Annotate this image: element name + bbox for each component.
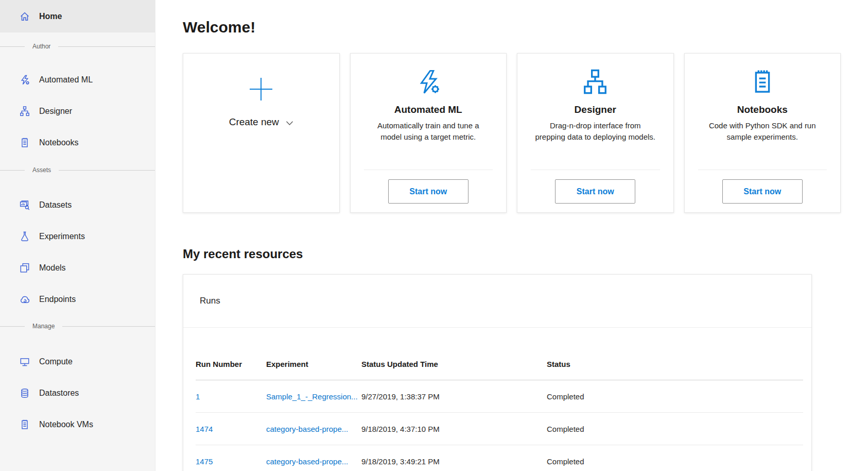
runs-panel: Runs Run Number Experiment Status Update… xyxy=(183,274,812,471)
section-divider-assets: Assets xyxy=(0,164,155,176)
experiments-icon xyxy=(19,231,30,242)
run-number-link[interactable]: 1474 xyxy=(196,425,213,433)
experiment-link[interactable]: category-based-prope... xyxy=(266,457,348,466)
sidebar-item-label: Home xyxy=(39,12,62,21)
sidebar-item-label: Datastores xyxy=(39,389,79,398)
designer-icon xyxy=(581,67,609,97)
sidebar-item-label: Models xyxy=(39,263,66,273)
run-number-link[interactable]: 1475 xyxy=(196,457,213,466)
sidebar-item-label: Notebooks xyxy=(39,138,79,147)
experiment-link[interactable]: category-based-prope... xyxy=(266,425,348,433)
runs-tab: Runs xyxy=(183,275,811,328)
sidebar-item-compute[interactable]: Compute xyxy=(0,346,155,377)
sidebar-item-models[interactable]: Models xyxy=(0,252,155,283)
card-title: Automated ML xyxy=(394,104,462,115)
status-cell: Completed xyxy=(547,457,803,466)
sidebar-item-automated-ml[interactable]: Automated ML xyxy=(0,64,155,95)
card-description: Drag-n-drop interface from prepping data… xyxy=(534,120,656,143)
section-label: Author xyxy=(25,43,58,50)
compute-icon xyxy=(19,356,30,367)
card-description: Automatically train and tune a model usi… xyxy=(368,120,489,143)
sidebar: Home Author Automated ML Designer xyxy=(0,0,155,471)
section-divider-manage: Manage xyxy=(0,320,155,332)
main-content: Welcome! Create new xyxy=(155,0,868,471)
card-description: Code with Python SDK and run sample expe… xyxy=(702,120,823,143)
sidebar-item-home[interactable]: Home xyxy=(0,0,155,32)
plus-icon xyxy=(247,75,275,103)
header-status-updated-time: Status Updated Time xyxy=(361,360,547,368)
sidebar-item-datastores[interactable]: Datastores xyxy=(0,377,155,409)
sidebar-item-endpoints[interactable]: Endpoints xyxy=(0,283,155,315)
sidebar-item-datasets[interactable]: Datasets xyxy=(0,189,155,221)
feature-card-notebooks: Notebooks Code with Python SDK and run s… xyxy=(684,53,841,213)
create-new-card[interactable]: Create new xyxy=(183,53,340,213)
automated-ml-icon xyxy=(414,67,442,97)
datastores-icon xyxy=(19,388,30,399)
sidebar-item-label: Compute xyxy=(39,357,73,366)
card-divider xyxy=(531,170,660,170)
header-status: Status xyxy=(547,360,803,368)
automated-ml-icon xyxy=(19,74,30,86)
recent-resources-title: My recent resources xyxy=(183,246,841,262)
runs-table: Run Number Experiment Status Updated Tim… xyxy=(183,348,811,471)
header-run-number: Run Number xyxy=(196,360,266,368)
notebooks-icon xyxy=(19,137,30,148)
table-row: 1475 category-based-prope... 9/18/2019, … xyxy=(196,445,803,471)
start-now-button[interactable]: Start now xyxy=(555,179,635,204)
status-updated-time-cell: 9/27/2019, 1:38:37 PM xyxy=(361,392,547,401)
datasets-icon xyxy=(19,199,30,211)
status-updated-time-cell: 9/18/2019, 3:49:21 PM xyxy=(361,457,547,466)
designer-icon xyxy=(19,106,30,117)
card-title: Notebooks xyxy=(737,104,788,115)
feature-card-designer: Designer Drag-n-drop interface from prep… xyxy=(517,53,674,213)
table-row: 1474 category-based-prope... 9/18/2019, … xyxy=(196,413,803,445)
sidebar-item-label: Datasets xyxy=(39,200,72,210)
welcome-title: Welcome! xyxy=(183,16,841,38)
sidebar-item-label: Automated ML xyxy=(39,75,93,85)
notebooks-icon xyxy=(749,67,776,97)
table-row: 1 Sample_1_-_Regression... 9/27/2019, 1:… xyxy=(196,380,803,413)
models-icon xyxy=(19,262,30,274)
section-divider-author: Author xyxy=(0,40,155,53)
run-number-link[interactable]: 1 xyxy=(196,392,200,401)
sidebar-item-notebook-vms[interactable]: Notebook VMs xyxy=(0,409,155,440)
sidebar-item-label: Endpoints xyxy=(39,295,76,304)
sidebar-item-label: Notebook VMs xyxy=(39,420,93,429)
sidebar-item-label: Designer xyxy=(39,107,72,116)
sidebar-item-notebooks[interactable]: Notebooks xyxy=(0,127,155,158)
quick-start-cards: Create new Automated ML Automatically tr… xyxy=(183,53,841,213)
home-icon xyxy=(19,11,30,22)
start-now-button[interactable]: Start now xyxy=(722,179,803,204)
chevron-down-icon[interactable] xyxy=(286,121,293,126)
sidebar-item-experiments[interactable]: Experiments xyxy=(0,221,155,252)
card-title: Designer xyxy=(575,104,616,115)
create-new-label: Create new xyxy=(229,116,279,128)
header-experiment: Experiment xyxy=(266,360,361,368)
experiment-link[interactable]: Sample_1_-_Regression... xyxy=(266,392,358,401)
section-label: Manage xyxy=(25,323,62,330)
section-label: Assets xyxy=(25,166,59,174)
table-header-row: Run Number Experiment Status Updated Tim… xyxy=(196,348,803,380)
sidebar-item-label: Experiments xyxy=(39,232,85,241)
feature-card-automated-ml: Automated ML Automatically train and tun… xyxy=(350,53,507,213)
notebook-vms-icon xyxy=(19,419,30,430)
status-updated-time-cell: 9/18/2019, 4:37:10 PM xyxy=(361,425,547,433)
endpoints-icon xyxy=(19,294,30,305)
card-divider xyxy=(364,170,493,170)
sidebar-item-designer[interactable]: Designer xyxy=(0,95,155,127)
runs-tab-label: Runs xyxy=(200,296,220,306)
card-divider xyxy=(698,170,827,170)
start-now-button[interactable]: Start now xyxy=(388,179,468,204)
status-cell: Completed xyxy=(547,425,803,433)
status-cell: Completed xyxy=(547,392,803,401)
